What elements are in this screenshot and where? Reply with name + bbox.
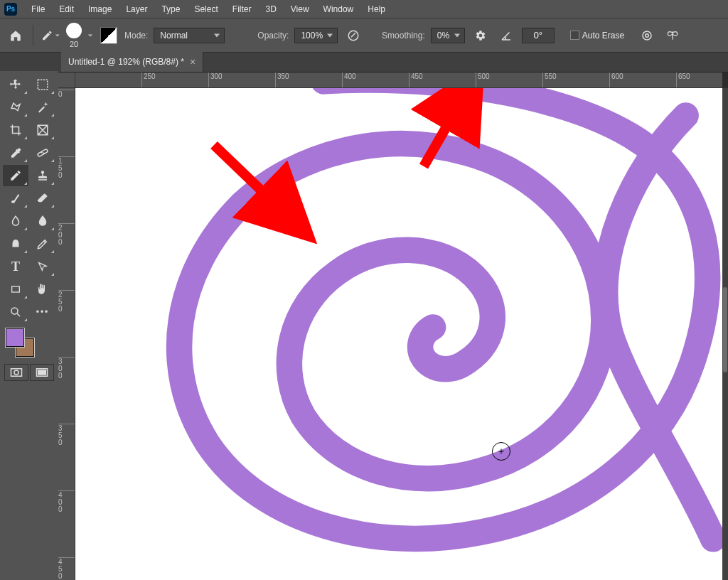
eyedropper-tool[interactable] bbox=[3, 142, 28, 163]
eraser-icon bbox=[36, 192, 49, 205]
magic-wand-tool[interactable] bbox=[30, 97, 55, 118]
document-tab-bar: Untitled-1 @ 192% (RGB/8#) * × bbox=[0, 53, 728, 72]
magnifier-icon bbox=[9, 306, 22, 318]
gradient-tool[interactable] bbox=[3, 210, 28, 232]
dodge-tool[interactable] bbox=[30, 210, 55, 232]
ruler-tick: 600 bbox=[609, 72, 623, 87]
hand-tool[interactable] bbox=[30, 279, 55, 300]
pen-tool[interactable] bbox=[30, 233, 55, 254]
hand-icon bbox=[36, 283, 49, 296]
lasso-tool[interactable] bbox=[3, 97, 28, 118]
menu-select[interactable]: Select bbox=[187, 1, 225, 17]
stamp-icon bbox=[36, 169, 49, 182]
options-bar: 20 Mode: Normal Opacity: 100% Smoothing:… bbox=[0, 18, 728, 53]
move-icon bbox=[9, 78, 22, 91]
brush-preset-picker[interactable]: 20 bbox=[66, 23, 82, 48]
finger-icon bbox=[9, 237, 22, 250]
brush-preview-circle bbox=[66, 23, 82, 38]
pencil-icon bbox=[41, 29, 53, 42]
pressure-opacity-button[interactable] bbox=[343, 26, 363, 45]
menu-type[interactable]: Type bbox=[154, 1, 187, 17]
brush-settings-button[interactable] bbox=[99, 26, 119, 45]
marquee-tool[interactable] bbox=[30, 74, 55, 95]
menu-bar: Ps File Edit Image Layer Type Select Fil… bbox=[0, 0, 728, 18]
menu-help[interactable]: Help bbox=[360, 1, 392, 17]
svg-rect-8 bbox=[12, 286, 20, 292]
smoothing-options-button[interactable] bbox=[471, 26, 491, 45]
symmetry-button[interactable] bbox=[663, 26, 682, 45]
ruler-tick: 400 bbox=[342, 72, 356, 87]
eyedropper-icon bbox=[9, 146, 22, 159]
target-icon bbox=[641, 29, 653, 42]
pencil-icon bbox=[9, 169, 22, 182]
pencil-tool[interactable] bbox=[3, 165, 28, 186]
smoothing-dropdown[interactable]: 0% bbox=[431, 28, 465, 43]
type-icon: T bbox=[11, 259, 20, 274]
home-button[interactable] bbox=[6, 26, 26, 45]
wand-icon bbox=[36, 101, 49, 114]
svg-rect-5 bbox=[37, 149, 48, 156]
svg-point-2 bbox=[646, 33, 649, 37]
frame-tool[interactable] bbox=[30, 119, 55, 141]
menu-view[interactable]: View bbox=[284, 1, 316, 17]
brush-angle-input[interactable] bbox=[522, 28, 555, 43]
menu-layer[interactable]: Layer bbox=[119, 1, 154, 17]
ruler-vertical[interactable]: 0150200250300350400450 bbox=[58, 88, 75, 580]
ruler-tick: 350 bbox=[58, 424, 75, 446]
scrollbar-vertical[interactable] bbox=[722, 88, 728, 580]
zoom-tool[interactable] bbox=[3, 301, 28, 323]
gear-icon bbox=[475, 30, 486, 41]
smudge-tool[interactable] bbox=[3, 233, 28, 254]
opacity-dropdown[interactable]: 100% bbox=[294, 28, 338, 43]
opacity-value: 100% bbox=[301, 31, 323, 41]
pressure-size-button[interactable] bbox=[637, 26, 657, 45]
workspace: 25030035040045050055060065070 0150200250… bbox=[58, 72, 728, 580]
blend-mode-value: Normal bbox=[160, 31, 188, 41]
svg-point-11 bbox=[14, 370, 18, 375]
screen-mode-button[interactable] bbox=[30, 364, 54, 381]
tool-preset-picker[interactable] bbox=[41, 26, 60, 45]
menu-filter[interactable]: Filter bbox=[225, 1, 259, 17]
menu-image[interactable]: Image bbox=[81, 1, 119, 17]
screen-icon bbox=[36, 367, 48, 377]
quick-mask-button[interactable] bbox=[4, 364, 28, 381]
ruler-origin[interactable] bbox=[58, 72, 75, 88]
path-selection-tool[interactable] bbox=[30, 256, 55, 277]
rectangle-tool[interactable] bbox=[3, 279, 28, 300]
close-icon[interactable]: × bbox=[190, 56, 196, 68]
ruler-tick: 250 bbox=[58, 290, 75, 313]
ruler-tick: 400 bbox=[58, 490, 75, 513]
type-tool[interactable]: T bbox=[3, 256, 28, 277]
angle-icon-button[interactable] bbox=[496, 26, 516, 45]
chevron-down-icon[interactable] bbox=[87, 33, 93, 38]
auto-erase-checkbox[interactable]: Auto Erase bbox=[570, 31, 624, 41]
separator bbox=[33, 25, 33, 46]
scrollbar-thumb[interactable] bbox=[723, 287, 727, 372]
ruler-horizontal[interactable]: 25030035040045050055060065070 bbox=[75, 72, 722, 88]
brush-icon bbox=[9, 192, 22, 205]
canvas[interactable] bbox=[75, 88, 722, 580]
move-tool[interactable] bbox=[3, 74, 28, 95]
edit-toolbar-button[interactable]: ••• bbox=[30, 301, 55, 323]
menu-file[interactable]: File bbox=[24, 1, 52, 17]
color-swatches[interactable] bbox=[3, 324, 55, 358]
ruler-tick: 450 bbox=[58, 557, 75, 580]
document-tab[interactable]: Untitled-1 @ 192% (RGB/8#) * × bbox=[61, 52, 203, 72]
menu-edit[interactable]: Edit bbox=[52, 1, 81, 17]
healing-brush-tool[interactable] bbox=[30, 142, 55, 163]
crop-tool[interactable] bbox=[3, 119, 28, 141]
chevron-down-icon bbox=[55, 33, 60, 38]
document-tab-title: Untitled-1 @ 192% (RGB/8#) * bbox=[68, 57, 184, 67]
brush-panel-icon bbox=[100, 27, 117, 44]
brush-tool[interactable] bbox=[3, 188, 28, 209]
menu-window[interactable]: Window bbox=[316, 1, 361, 17]
foreground-color-swatch[interactable] bbox=[6, 328, 24, 347]
ruler-tick: 450 bbox=[409, 72, 423, 87]
menu-3d[interactable]: 3D bbox=[258, 1, 283, 17]
rectangle-icon bbox=[10, 284, 21, 295]
blend-mode-dropdown[interactable]: Normal bbox=[154, 28, 225, 43]
clone-stamp-tool[interactable] bbox=[30, 165, 55, 186]
ruler-tick: 150 bbox=[58, 156, 75, 179]
canvas-artwork bbox=[75, 88, 722, 580]
eraser-tool[interactable] bbox=[30, 188, 55, 209]
